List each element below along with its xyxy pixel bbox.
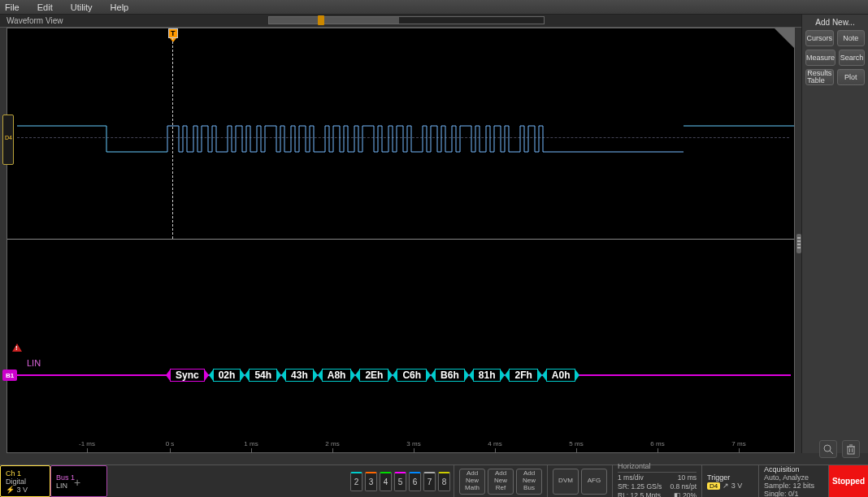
dvm-button[interactable]: DVM — [553, 469, 579, 495]
horiz-position: ◧ 20% — [674, 491, 697, 497]
afg-button[interactable]: AFG — [581, 469, 607, 495]
menu-help[interactable]: Help — [111, 2, 129, 12]
overview-thumb[interactable] — [269, 17, 399, 24]
horiz-scale: 1 ms/div — [618, 473, 644, 482]
bottom-spacer — [107, 465, 347, 497]
right-tool-panel: Add New... Cursors Note Measure Search R… — [801, 15, 868, 453]
plot-upper-pane[interactable]: T D4 — [7, 28, 794, 240]
cursors-button[interactable]: Cursors — [805, 30, 834, 46]
time-tick: 5 ms — [569, 440, 583, 447]
waveform-view-tab[interactable]: Waveform View — [7, 16, 63, 25]
svg-point-0 — [824, 445, 831, 452]
trigger-position-marker[interactable]: T — [168, 28, 178, 42]
add-ref-button[interactable]: Add New Ref — [488, 469, 514, 495]
add-new-header: Add New... — [805, 18, 865, 27]
trigger-level: ↗ 3 V — [723, 482, 742, 490]
dvm-afg-group: DVM AFG — [548, 465, 613, 497]
plot-button[interactable]: Plot — [837, 69, 866, 85]
time-tick: 1 ms — [244, 440, 258, 447]
svg-rect-2 — [848, 447, 854, 454]
bus-1-badge[interactable]: Bus 1 LIN + — [50, 465, 107, 497]
overview-scrollbar[interactable] — [268, 16, 545, 24]
time-tick: 0 s — [166, 440, 175, 447]
menu-file[interactable]: File — [5, 2, 20, 12]
bus-frame[interactable]: 54h — [249, 369, 277, 382]
bus-frame[interactable]: 2Eh — [359, 369, 388, 382]
warning-icon — [12, 344, 22, 352]
time-tick: 4 ms — [488, 440, 501, 447]
bus-frame[interactable]: 2Fh — [509, 369, 537, 382]
horiz-resolution: 0.8 ns/pt — [670, 482, 697, 491]
bus-frame-value: 2Eh — [359, 369, 388, 382]
digital-waveform-svg — [17, 119, 794, 157]
ch1-threshold: ⚡ 3 V — [6, 486, 45, 494]
channel-3-button[interactable]: 3 — [365, 472, 377, 491]
overview-trigger-handle[interactable] — [318, 15, 324, 25]
channel-7-button[interactable]: 7 — [423, 472, 436, 491]
bus-frame[interactable]: 81h — [473, 369, 501, 382]
bus-frame-value: 81h — [473, 369, 501, 382]
bus-frame[interactable]: A8h — [322, 369, 352, 382]
acq-title: Acquisition — [764, 465, 823, 473]
bus-frame[interactable]: 02h — [213, 369, 241, 382]
time-tick: 6 ms — [650, 440, 664, 447]
add-bus-button[interactable]: Add New Bus — [516, 469, 542, 495]
run-stop-status[interactable]: Stopped — [829, 465, 868, 497]
waveform-plot[interactable]: T D4 LIN B1 Sync02h54h43hA8h2EhC6hB6h81h… — [7, 28, 795, 453]
channel-2-button[interactable]: 2 — [350, 472, 362, 491]
time-tick: -1 ms — [79, 440, 95, 447]
measure-button[interactable]: Measure — [805, 50, 835, 66]
add-math-button[interactable]: Add New Math — [459, 469, 485, 495]
trash-icon[interactable] — [842, 440, 860, 458]
channel-1-badge[interactable]: Ch 1 Digital ⚡ 3 V — [0, 465, 50, 497]
digital-channel-label: D4 — [5, 135, 12, 140]
bus-decode-track: Sync02h54h43hA8h2EhC6hB6h81h2FhA0h — [170, 368, 575, 382]
pane-splitter-handle[interactable] — [796, 234, 801, 253]
results-table-button[interactable]: Results Table — [805, 69, 834, 85]
bus-frame[interactable]: 43h — [285, 369, 314, 382]
horiz-sample-rate: SR: 1.25 GS/s — [618, 482, 662, 491]
menu-edit[interactable]: Edit — [37, 2, 53, 12]
trigger-readout[interactable]: Trigger D4↗ 3 V — [702, 465, 759, 497]
horizontal-readout[interactable]: Horizontal 1 ms/div10 ms SR: 1.25 GS/s0.… — [613, 465, 702, 497]
svg-line-1 — [830, 451, 833, 454]
bus-frame[interactable]: C6h — [397, 369, 427, 382]
zoom-icon[interactable] — [819, 440, 837, 458]
inactive-channels-group: 2345678 — [347, 465, 454, 497]
bus-frame[interactable]: Sync — [170, 369, 205, 382]
acq-sample-bits: Sample: 12 bits — [764, 482, 823, 490]
bus-frame-value: 2Fh — [509, 369, 537, 382]
trigger-source-badge: D4 — [707, 482, 720, 490]
search-button[interactable]: Search — [839, 50, 865, 66]
add-buttons-group: Add New Math Add New Ref Add New Bus — [454, 465, 548, 497]
bus-frame[interactable]: A0h — [546, 369, 576, 382]
plot-lower-pane[interactable]: LIN B1 Sync02h54h43hA8h2EhC6hB6h81h2FhA0… — [7, 240, 794, 454]
bus-badge[interactable]: B1 — [2, 370, 17, 381]
acq-single: Single: 0/1 — [764, 490, 823, 498]
bus-frame-value: Sync — [170, 369, 205, 382]
bottom-status-bar: Ch 1 Digital ⚡ 3 V Bus 1 LIN + 2345678 A… — [0, 465, 868, 497]
bus-frame-value: A0h — [546, 369, 576, 382]
note-button[interactable]: Note — [837, 30, 866, 46]
bus-frame-value: A8h — [322, 369, 352, 382]
bus-frame[interactable]: B6h — [435, 369, 465, 382]
bus-frame-value: 02h — [213, 369, 241, 382]
bus-frame-value: 43h — [285, 369, 314, 382]
horizontal-title: Horizontal — [618, 462, 697, 473]
bus1-expand-icon[interactable]: + — [74, 476, 80, 489]
bus-frame-value: C6h — [397, 369, 427, 382]
channel-8-button[interactable]: 8 — [438, 472, 450, 491]
channel-4-button[interactable]: 4 — [380, 472, 392, 491]
bus-frame-value: B6h — [435, 369, 465, 382]
time-axis: -1 ms0 s1 ms2 ms3 ms4 ms5 ms6 ms7 ms — [7, 438, 794, 452]
channel-6-button[interactable]: 6 — [409, 472, 421, 491]
menu-utility[interactable]: Utility — [71, 2, 93, 12]
menu-bar: File Edit Utility Help — [0, 0, 868, 15]
channel-5-button[interactable]: 5 — [394, 472, 406, 491]
bus-protocol-label: LIN — [27, 358, 41, 368]
time-tick: 2 ms — [325, 440, 339, 447]
digital-channel-badge[interactable]: D4 — [2, 115, 14, 165]
acquisition-readout[interactable]: Acquisition Auto, Analyze Sample: 12 bit… — [759, 465, 829, 497]
time-tick: 3 ms — [406, 440, 420, 447]
horiz-record-length: RL: 12.5 Mpts — [618, 491, 661, 497]
